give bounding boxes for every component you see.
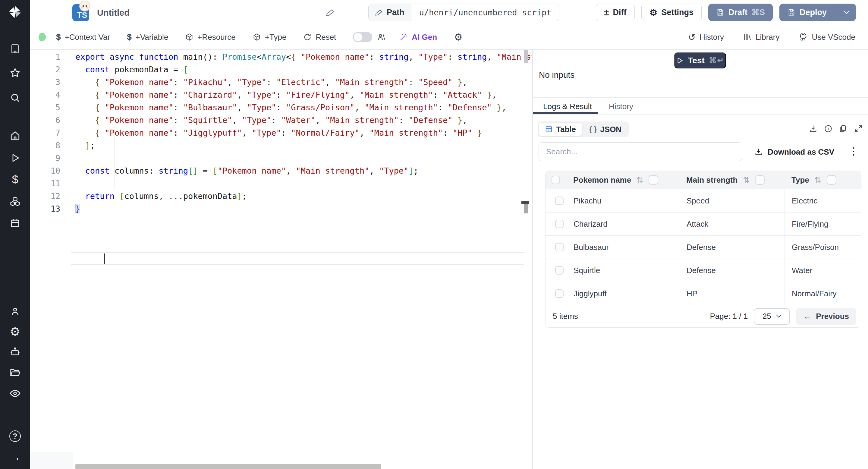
code-line[interactable]: { "Pokemon name": "Charizard", "Type": "… (75, 89, 497, 101)
select-all-checkbox[interactable] (552, 176, 560, 184)
deploy-dropdown-chevron-icon[interactable] (837, 4, 856, 21)
multiplayer-toggle[interactable] (353, 32, 372, 42)
edit-title-pencil-icon[interactable] (326, 8, 335, 17)
info-icon[interactable] (824, 124, 832, 133)
code-line[interactable]: } (75, 202, 80, 215)
history-button[interactable]: ↺ History (688, 32, 724, 42)
resources-cubes-icon[interactable] (8, 195, 22, 208)
path-button[interactable]: Path u/henri/unencumbered_script (368, 4, 559, 21)
schedules-calendar-icon[interactable] (8, 216, 22, 230)
draft-shortcut: ⌘S (751, 7, 765, 17)
chevron-down-icon (776, 315, 781, 318)
overview-ruler-cursor-mark (521, 201, 529, 204)
code-line[interactable]: const columns: string[] = ["Pokemon name… (75, 164, 418, 177)
column-toggle-pill[interactable] (755, 175, 765, 185)
deploy-button[interactable]: Deploy (779, 4, 856, 21)
folders-icon[interactable] (8, 366, 22, 379)
app-sidebar: $ ⚙ ? → (0, 0, 30, 469)
code-line[interactable]: { "Pokemon name": "Squirtle", "Type": "W… (75, 114, 467, 127)
add-context-var-button[interactable]: $ +Context Var (56, 32, 110, 42)
row-checkbox[interactable] (555, 196, 564, 205)
line-number: 11 (30, 177, 60, 190)
diff-button[interactable]: ± Diff (596, 4, 634, 21)
table-row: JigglypuffHPNormal/Fairy (546, 282, 861, 305)
editor-toolbar: $ +Context Var $ +Variable +Resource +Ty… (30, 25, 868, 50)
line-number: 12 (30, 190, 60, 202)
column-toggle-pill[interactable] (827, 175, 836, 185)
download-csv-button[interactable]: Download as CSV (754, 145, 834, 159)
code-line[interactable]: { "Pokemon name": "Bulbasaur", "Type": "… (75, 101, 507, 114)
table-cell: Jigglypuff (566, 282, 679, 305)
panel-divider (533, 97, 868, 98)
download-icon[interactable] (809, 124, 817, 133)
more-options-kebab-icon[interactable]: ⋮ (848, 145, 859, 157)
variables-dollar-icon[interactable]: $ (8, 173, 22, 186)
previous-page-button[interactable]: ← Previous (796, 308, 856, 325)
history-icon: ↺ (688, 32, 695, 42)
workspace-icon[interactable] (8, 42, 22, 56)
code-editor[interactable]: 12345678910111213 export async function … (30, 50, 532, 469)
library-button[interactable]: Library (743, 33, 779, 42)
code-line[interactable]: { "Pokemon name": "Jigglypuff", "Type": … (75, 127, 482, 139)
editor-settings-gear-icon[interactable]: ⚙ (454, 31, 463, 43)
add-type-button[interactable]: +Type (253, 33, 287, 42)
test-button[interactable]: Test ⌘↵ (674, 53, 726, 68)
magic-wand-icon (399, 33, 408, 41)
row-checkbox[interactable] (555, 220, 564, 228)
sort-icon[interactable]: ⇅ (815, 176, 821, 185)
use-vscode-button[interactable]: Use VScode (799, 33, 855, 42)
view-json-pill[interactable]: { } JSON (583, 123, 627, 136)
workers-robot-icon[interactable] (8, 345, 22, 359)
sort-icon[interactable]: ⇅ (743, 176, 749, 185)
package-icon (253, 33, 261, 41)
sort-icon[interactable]: ⇅ (637, 176, 643, 185)
page-size-select[interactable]: 25 (754, 308, 790, 325)
add-resource-button[interactable]: +Resource (185, 33, 236, 42)
code-line[interactable]: { "Pokemon name": "Pikachu", "Type": "El… (75, 76, 467, 89)
runs-play-icon[interactable] (8, 151, 22, 164)
reset-button[interactable]: Reset (303, 33, 336, 42)
collaborators-icon[interactable] (377, 33, 386, 41)
code-line[interactable]: return [columns, ...pokemonData]; (75, 190, 247, 202)
column-header-label: Main strength (686, 176, 738, 185)
text-cursor (104, 253, 105, 264)
favorites-star-icon[interactable] (8, 66, 22, 80)
dollar-icon: $ (56, 32, 61, 42)
copy-clipboard-icon[interactable] (839, 124, 847, 133)
view-table-pill[interactable]: Table (539, 123, 582, 136)
ai-gen-button[interactable]: AI Gen (399, 33, 437, 42)
current-line-highlight (71, 252, 524, 265)
table-body: PikachuSpeedElectricCharizardAttackFire/… (546, 189, 861, 305)
script-emoji (79, 1, 90, 11)
column-toggle-pill[interactable] (649, 175, 658, 185)
home-icon[interactable] (8, 129, 22, 142)
search-input[interactable] (538, 142, 742, 161)
download-icon (754, 148, 763, 156)
settings-button[interactable]: ⚙ Settings (641, 4, 702, 21)
code-line[interactable]: ]; (75, 139, 95, 152)
search-icon[interactable] (8, 91, 22, 104)
library-icon (743, 33, 752, 41)
expand-sidebar-arrow-icon[interactable]: → (8, 450, 22, 464)
row-checkbox[interactable] (555, 289, 564, 298)
expand-icon[interactable] (854, 124, 863, 133)
row-checkbox[interactable] (555, 243, 564, 251)
help-icon[interactable]: ? (8, 430, 22, 443)
vertical-scrollbar[interactable] (524, 50, 528, 63)
sidebar-divider (0, 123, 30, 123)
user-icon[interactable] (8, 305, 22, 318)
table-cell: Normal/Fairy (784, 282, 861, 305)
github-cat-icon (799, 33, 808, 41)
add-variable-button[interactable]: $ +Variable (127, 32, 168, 42)
horizontal-scrollbar[interactable] (75, 464, 381, 469)
row-checkbox[interactable] (555, 266, 564, 275)
audit-eye-icon[interactable] (8, 387, 22, 400)
code-line[interactable]: const pokemonData = [ (75, 63, 188, 76)
code-line[interactable]: export async function main(): Promise<Ar… (75, 51, 532, 63)
settings-gear-icon[interactable]: ⚙ (8, 325, 22, 338)
tab-history[interactable]: History (609, 102, 633, 111)
page-title: Untitled (97, 8, 130, 18)
windmill-logo-icon[interactable] (8, 5, 22, 19)
tab-logs-result[interactable]: Logs & Result (543, 102, 592, 111)
draft-button[interactable]: Draft ⌘S (708, 4, 773, 21)
